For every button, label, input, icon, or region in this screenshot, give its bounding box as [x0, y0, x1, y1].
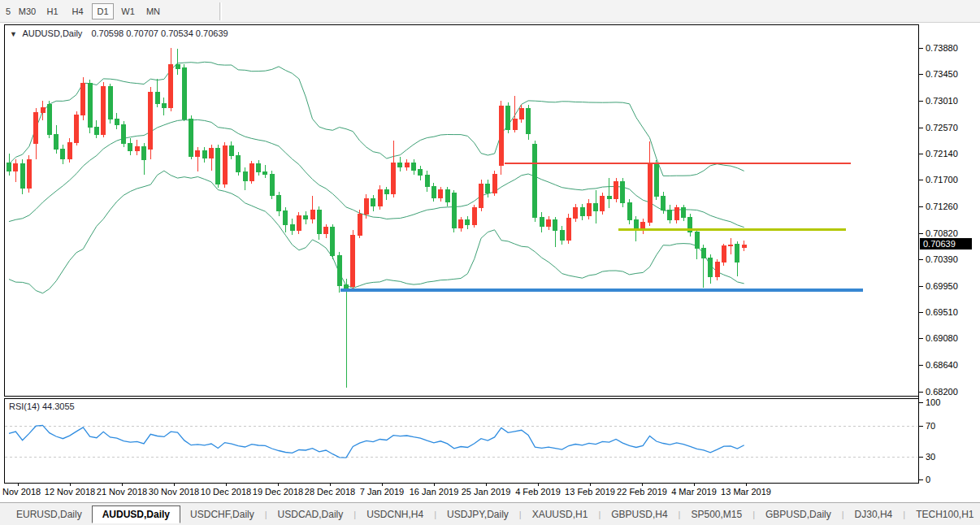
toolbar-separator [219, 2, 222, 20]
timeframe-button-MN[interactable]: MN [142, 3, 164, 20]
mt4-window: 5M30H1H4D1W1MN ▼ AUDUSD,Daily 0.70598 0.… [0, 0, 980, 525]
current-price-tag: 0.70639 [920, 238, 972, 249]
date-label: 7 Jan 2019 [360, 487, 404, 497]
time-axis-tick [278, 484, 279, 486]
rsi-axis-tick [919, 426, 923, 427]
price-axis-tick [919, 74, 923, 75]
rsi-canvas[interactable] [5, 399, 917, 483]
time-axis-tick [642, 484, 643, 486]
tab-usdcnh-h4[interactable]: USDCNH,H4 [357, 506, 433, 523]
price-axis-label: 0.73880 [926, 43, 958, 53]
time-axis-tick [330, 484, 331, 486]
price-axis-tick [919, 154, 923, 154]
price-axis-tick [919, 180, 923, 180]
date-label: 28 Dec 2018 [305, 487, 355, 497]
price-axis-label: 0.73010 [926, 96, 958, 106]
price-axis-tick [919, 101, 923, 102]
time-axis-tick [434, 484, 435, 486]
timeframe-button-D1[interactable]: D1 [92, 3, 114, 20]
rsi-axis-label: 100 [926, 397, 940, 407]
date-label: 22 Feb 2019 [617, 487, 667, 497]
price-axis-label: 0.73450 [926, 69, 958, 79]
tab-xauusd-h1[interactable]: XAUUSD,H1 [523, 506, 598, 523]
tab-tech100-h1[interactable]: TECH100,H1 [906, 506, 980, 523]
timeframe-button-H1[interactable]: H1 [41, 3, 63, 20]
price-axis-tick [919, 312, 923, 313]
time-axis-tick [746, 484, 747, 486]
price-axis-label: 0.72570 [926, 123, 958, 132]
time-axis-tick [486, 484, 487, 486]
date-label: 12 Nov 2018 [45, 487, 95, 497]
rsi-pane: RSI(14) 44.3055 [4, 398, 918, 484]
price-axis-tick [919, 128, 923, 128]
timeframe-button-5[interactable]: 5 [3, 3, 13, 20]
date-label: 10 Dec 2018 [201, 487, 251, 497]
rsi-axis-tick [919, 457, 923, 458]
price-axis-label: 0.70390 [926, 254, 958, 264]
price-axis-tick [919, 259, 923, 260]
price-axis-label: 0.68200 [926, 387, 958, 397]
main-chart-pane: ▼ AUDUSD,Daily 0.70598 0.70707 0.70534 0… [4, 24, 918, 397]
tab-eurusd-daily[interactable]: EURUSD,Daily [7, 506, 92, 523]
price-axis-label: 0.69950 [926, 281, 958, 291]
date-label: 2 Nov 2018 [0, 487, 41, 497]
chart-symbol-label: AUDUSD,Daily [22, 28, 82, 38]
date-label: 16 Jan 2019 [410, 487, 459, 497]
rsi-axis-tick [919, 402, 923, 403]
date-label: 13 Feb 2019 [565, 487, 615, 497]
timeframe-button-W1[interactable]: W1 [117, 3, 139, 20]
price-axis-tick [919, 206, 923, 207]
time-axis-tick [18, 484, 19, 486]
price-axis-tick [919, 392, 923, 393]
chart-ohlc-values: 0.70598 0.70707 0.70534 0.70639 [91, 28, 228, 38]
tab-gbpusd-daily[interactable]: GBPUSD,Daily [756, 506, 841, 523]
time-axis-tick [226, 484, 227, 486]
date-label: 21 Nov 2018 [97, 487, 147, 497]
time-axis-tick [694, 484, 695, 486]
price-axis-tick [919, 286, 923, 287]
main-chart-canvas[interactable] [5, 25, 917, 396]
tab-gbpusd-h4[interactable]: GBPUSD,H4 [601, 506, 677, 523]
rsi-axis-label: 70 [926, 421, 935, 431]
price-axis-label: 0.71700 [926, 175, 958, 184]
chart-dropdown-icon[interactable]: ▼ [10, 30, 17, 38]
price-axis-tick [919, 365, 923, 366]
date-label: 13 Mar 2019 [721, 487, 771, 497]
timeframe-button-M30[interactable]: M30 [16, 3, 38, 20]
tab-sp500-m15[interactable]: SP500,M15 [681, 506, 752, 523]
date-label: 25 Jan 2019 [462, 487, 511, 497]
price-axis-label: 0.69080 [926, 333, 958, 343]
timeframe-toolbar: 5M30H1H4D1W1MN [0, 0, 980, 23]
time-axis-tick [174, 484, 175, 486]
tab-usdchf-daily[interactable]: USDCHF,Daily [180, 506, 264, 523]
plot-column: ▼ AUDUSD,Daily 0.70598 0.70707 0.70534 0… [4, 24, 918, 484]
price-axis-label: 0.71260 [926, 202, 958, 211]
time-axis[interactable]: 2 Nov 201812 Nov 201821 Nov 201830 Nov 2… [4, 484, 980, 501]
rsi-axis-tick [919, 479, 923, 480]
chart-frame: ▼ AUDUSD,Daily 0.70598 0.70707 0.70534 0… [4, 24, 980, 484]
time-axis-tick [122, 484, 123, 486]
price-axis-label: 0.70820 [926, 228, 958, 238]
rsi-axis-label: 30 [926, 452, 935, 462]
date-label: 4 Mar 2019 [671, 487, 717, 497]
chart-tabs-bar: EURUSD,DailyAUDUSD,DailyUSDCHF,Daily|USD… [0, 502, 980, 525]
price-axis-label: 0.72140 [926, 149, 958, 158]
tab-usdcad-daily[interactable]: USDCAD,Daily [268, 506, 353, 523]
rsi-indicator-label: RSI(14) 44.3055 [9, 401, 75, 411]
timeframe-button-H4[interactable]: H4 [67, 3, 89, 20]
price-axis[interactable]: 0.738800.734500.730100.725700.721400.717… [918, 24, 980, 484]
time-axis-tick [538, 484, 539, 486]
tab-usdjpy-daily[interactable]: USDJPY,Daily [437, 506, 518, 523]
time-axis-tick [382, 484, 383, 486]
date-label: 4 Feb 2019 [515, 487, 561, 497]
time-axis-tick [590, 484, 591, 486]
date-label: 30 Nov 2018 [149, 487, 199, 497]
price-axis-tick [919, 338, 923, 339]
chart-title: ▼ AUDUSD,Daily 0.70598 0.70707 0.70534 0… [10, 28, 228, 38]
price-axis-label: 0.69510 [926, 307, 958, 317]
tab-audusd-daily[interactable]: AUDUSD,Daily [92, 505, 180, 523]
tab-dj30-h4[interactable]: DJ30,H4 [845, 506, 903, 523]
price-axis-tick [919, 233, 923, 234]
date-label: 19 Dec 2018 [253, 487, 303, 497]
time-axis-tick [70, 484, 71, 486]
